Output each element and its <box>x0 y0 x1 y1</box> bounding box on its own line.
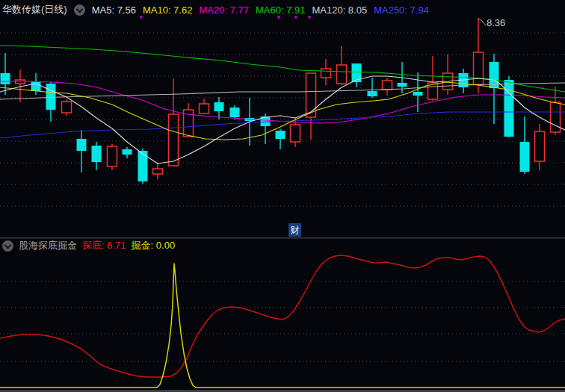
candlestick-series <box>1 18 561 184</box>
juejin-label: 掘金: 0.00 <box>132 239 176 252</box>
indicator-name: 股海探底掘金 <box>19 239 77 252</box>
chart-canvas[interactable] <box>0 0 565 392</box>
signal-badge[interactable]: 财 <box>288 223 301 237</box>
juejin-value: 0.00 <box>156 240 175 251</box>
indicator-lines <box>0 255 565 388</box>
collapse-chevron-icon[interactable] <box>2 240 13 252</box>
high-price-annotation: 8.36 <box>487 17 505 28</box>
panel-separators <box>0 237 565 392</box>
tandi-label: 探底: 6.71 <box>82 239 126 252</box>
annotation-arrow <box>478 19 486 25</box>
tandi-value: 6.71 <box>107 240 126 251</box>
indicator-panel-header: 股海探底掘金 探底: 6.71 掘金: 0.00 <box>0 239 175 252</box>
stock-chart-window: 华数传媒(日线) MA5: 7.56MA10: 7.62MA20: 7.77MA… <box>0 0 565 392</box>
signal-dots <box>141 16 311 19</box>
